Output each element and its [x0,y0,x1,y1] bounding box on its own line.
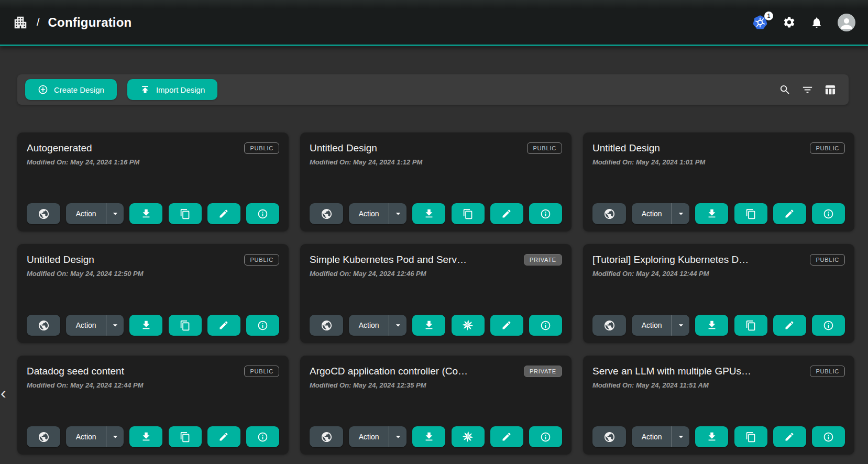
clone-button[interactable] [169,426,202,447]
download-button[interactable] [412,315,445,336]
info-button[interactable] [812,315,845,336]
action-dropdown-button[interactable]: Action [632,203,689,224]
create-design-label: Create Design [54,85,104,94]
visibility-globe-button[interactable] [27,426,60,447]
clone-button[interactable] [169,203,202,224]
clone-button[interactable] [452,315,485,336]
breadcrumb: / Configuration [13,15,131,30]
action-label: Action [66,203,106,224]
collapse-chevron-icon[interactable]: ‹ [1,384,6,401]
table-view-icon[interactable] [824,84,836,96]
visibility-globe-button[interactable] [310,203,343,224]
action-dropdown-button[interactable]: Action [349,203,406,224]
visibility-globe-button[interactable] [27,315,60,336]
action-label: Action [349,315,389,336]
visibility-globe-button[interactable] [310,315,343,336]
clone-button[interactable] [734,315,767,336]
caret-down-icon[interactable] [672,203,689,224]
download-button[interactable] [129,203,162,224]
edit-button[interactable] [207,315,240,336]
design-title: Serve an LLM with multiple GPUs… [592,365,757,378]
modified-timestamp: Modified On: May 24, 2024 12:44 PM [592,270,845,278]
action-label: Action [66,315,106,336]
filter-icon[interactable] [801,84,814,96]
modified-timestamp: Modified On: May 24, 2024 12:50 PM [27,270,279,278]
card-actions: Action [310,203,562,224]
visibility-globe-button[interactable] [592,203,626,224]
action-dropdown-button[interactable]: Action [66,426,124,447]
card-actions: Action [310,426,562,447]
edit-button[interactable] [490,426,523,447]
info-button[interactable] [529,426,562,447]
search-icon[interactable] [779,84,791,96]
clone-button[interactable] [169,315,202,336]
caret-down-icon[interactable] [672,426,689,447]
download-icon [706,208,718,219]
breadcrumb-separator: / [37,16,40,28]
action-dropdown-button[interactable]: Action [66,203,124,224]
caret-down-icon[interactable] [389,203,406,224]
clone-button[interactable] [734,203,767,224]
caret-down-icon[interactable] [672,315,689,336]
edit-button[interactable] [773,203,806,224]
edit-button[interactable] [773,426,806,447]
create-design-button[interactable]: Create Design [25,79,117,100]
modified-timestamp: Modified On: May 24, 2024 12:46 PM [310,270,562,278]
edit-button[interactable] [490,203,523,224]
bell-icon[interactable] [810,16,823,29]
download-button[interactable] [695,203,728,224]
visibility-globe-button[interactable] [310,426,343,447]
download-button[interactable] [695,426,728,447]
action-dropdown-button[interactable]: Action [349,315,406,336]
info-icon [257,432,268,443]
info-button[interactable] [812,203,845,224]
swirl-design-icon [462,319,474,332]
action-dropdown-button[interactable]: Action [632,426,689,447]
building-icon[interactable] [13,15,28,30]
visibility-globe-button[interactable] [27,203,60,224]
info-button[interactable] [529,315,562,336]
caret-down-icon[interactable] [389,315,406,336]
info-button[interactable] [812,426,845,447]
gear-icon[interactable] [783,16,796,29]
import-design-button[interactable]: Import Design [127,79,217,100]
edit-button[interactable] [207,426,240,447]
design-title: ArgoCD application controller (Co… [310,365,474,378]
visibility-chip: PRIVATE [524,254,562,266]
edit-button[interactable] [490,315,523,336]
avatar[interactable] [838,14,855,31]
clone-button[interactable] [452,203,485,224]
action-dropdown-button[interactable]: Action [349,426,406,447]
download-button[interactable] [412,203,445,224]
clone-button[interactable] [734,426,767,447]
edit-button[interactable] [773,315,806,336]
download-button[interactable] [129,315,162,336]
info-button[interactable] [246,426,279,447]
action-dropdown-button[interactable]: Action [632,315,689,336]
visibility-globe-button[interactable] [592,426,626,447]
info-button[interactable] [529,203,562,224]
clone-button[interactable] [452,426,485,447]
visibility-globe-button[interactable] [592,315,626,336]
caret-down-icon[interactable] [106,203,124,224]
pencil-icon [784,432,795,442]
design-toolbar: Create Design Import Design [17,74,849,105]
upload-icon [140,84,150,95]
design-card: Datadog seed content PUBLIC Modified On:… [17,356,289,455]
pencil-icon [784,320,795,330]
action-dropdown-button[interactable]: Action [66,315,124,336]
download-button[interactable] [695,315,728,336]
caret-down-icon[interactable] [389,426,406,447]
globe-icon [38,319,50,332]
kubernetes-context-icon[interactable]: 1 [752,15,768,30]
globe-icon [38,208,50,220]
design-card: Autogenerated PUBLIC Modified On: May 24… [17,132,289,231]
download-button[interactable] [412,426,445,447]
caret-down-icon[interactable] [106,315,124,336]
info-button[interactable] [246,203,279,224]
caret-down-icon[interactable] [106,426,124,447]
edit-button[interactable] [207,203,240,224]
download-button[interactable] [129,426,162,447]
design-title: Datadog seed content [27,365,130,378]
info-button[interactable] [246,315,279,336]
